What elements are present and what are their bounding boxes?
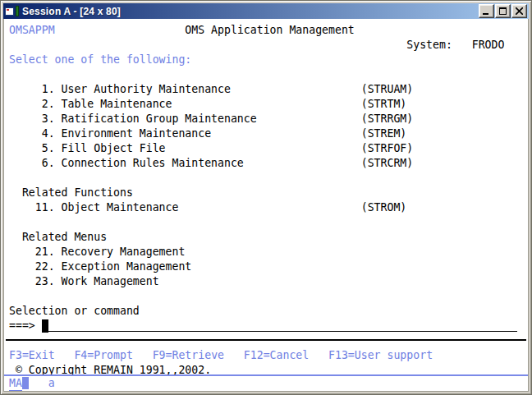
terminal-row-14: Related Menus bbox=[9, 230, 526, 245]
terminal-row-1: System:FRODO bbox=[9, 38, 526, 53]
menu-option-6-command: (STRCRM) bbox=[361, 156, 414, 171]
terminal-screen[interactable]: OMSAPPMOMS Application ManagementSystem:… bbox=[4, 19, 528, 373]
close-icon bbox=[516, 7, 523, 15]
maximize-button[interactable] bbox=[495, 4, 511, 18]
oia-status-line: MA a bbox=[9, 377, 526, 392]
screen-id: OMSAPPM bbox=[9, 23, 55, 38]
menu-option-23-label: 23. Work Management bbox=[35, 274, 159, 289]
terminal-row-16: 22. Exception Management bbox=[9, 260, 526, 274]
terminal-row-15: 21. Recovery Management bbox=[9, 245, 526, 260]
system-name: FRODO bbox=[472, 38, 505, 53]
terminal-client-area: OMSAPPMOMS Application ManagementSystem:… bbox=[3, 19, 529, 392]
menu-option-4-command: (STREM) bbox=[361, 126, 407, 141]
command-arrow: ===> bbox=[9, 319, 35, 333]
maximize-icon bbox=[499, 7, 507, 15]
menu-option-2-label: 2. Table Maintenance bbox=[42, 97, 172, 112]
terminal-row-6: 3. Ratification Group Maintenance(STRRGM… bbox=[9, 112, 526, 126]
application-window: Session A - [24 x 80] OMSAPPMOMS Applica… bbox=[0, 0, 532, 395]
menu-option-3-command: (STRRGM) bbox=[361, 112, 414, 126]
screen-separator-line bbox=[6, 339, 526, 341]
screen-title: OMS Application Management bbox=[185, 23, 354, 38]
command-prompt-label: Selection or command bbox=[9, 304, 140, 319]
terminal-row-8: 5. Fill Object File(STRFOF) bbox=[9, 141, 526, 156]
menu-option-6-label: 6. Connection Rules Maintenance bbox=[42, 156, 244, 171]
related-functions-heading: Related Functions bbox=[22, 186, 133, 200]
terminal-row-4: 1. User Authority Maintenance(STRUAM) bbox=[9, 82, 526, 97]
oia-block-indicator bbox=[22, 377, 29, 389]
oia-input-indicator: a bbox=[48, 377, 55, 390]
terminal-row-2: Select one of the following: bbox=[9, 53, 526, 67]
terminal-row-12: 11. Object Maintenance(STROM) bbox=[9, 200, 526, 215]
menu-option-4-label: 4. Environment Maintenance bbox=[42, 126, 211, 141]
system-label: System: bbox=[406, 38, 452, 53]
menu-option-5-label: 5. Fill Object File bbox=[42, 141, 166, 156]
titlebar[interactable]: Session A - [24 x 80] bbox=[3, 3, 529, 19]
menu-option-21-label: 21. Recovery Management bbox=[35, 245, 186, 260]
terminal-row-0: OMSAPPMOMS Application Management bbox=[9, 23, 526, 38]
terminal-row-17: 23. Work Management bbox=[9, 274, 526, 289]
terminal-row-20: ===> bbox=[9, 319, 526, 333]
tower-icon bbox=[16, 6, 19, 16]
menu-option-11-label: 11. Object Maintenance bbox=[35, 200, 179, 215]
command-input-field[interactable] bbox=[48, 331, 518, 332]
session-icon[interactable] bbox=[5, 6, 19, 16]
terminal-row-11: Related Functions bbox=[9, 186, 526, 200]
window-title: Session A - [24 x 80] bbox=[22, 6, 479, 17]
menu-option-1-label: 1. User Authority Maintenance bbox=[42, 82, 231, 97]
menu-option-22-label: 22. Exception Management bbox=[35, 260, 192, 274]
oia-status-indicator: MA bbox=[9, 377, 22, 391]
menu-option-5-command: (STRFOF) bbox=[361, 141, 414, 156]
terminal-row-22: F3=Exit F4=Prompt F9=Retrieve F12=Cancel… bbox=[9, 348, 526, 363]
monitor-icon bbox=[5, 7, 15, 16]
close-button[interactable] bbox=[511, 4, 527, 18]
terminal-row-7: 4. Environment Maintenance(STREM) bbox=[9, 126, 526, 141]
minimize-icon bbox=[483, 7, 490, 15]
menu-option-11-command: (STROM) bbox=[361, 200, 407, 215]
text-cursor[interactable] bbox=[42, 319, 48, 333]
related-menus-heading: Related Menus bbox=[22, 230, 107, 245]
terminal-row-9: 6. Connection Rules Maintenance(STRCRM) bbox=[9, 156, 526, 171]
menu-option-3-label: 3. Ratification Group Maintenance bbox=[42, 112, 257, 126]
terminal-row-5: 2. Table Maintenance(STRTM) bbox=[9, 97, 526, 112]
terminal-row-19: Selection or command bbox=[9, 304, 526, 319]
menu-option-1-command: (STRUAM) bbox=[361, 82, 414, 97]
minimize-button[interactable] bbox=[479, 4, 494, 18]
oia-separator-line bbox=[4, 374, 528, 376]
select-prompt: Select one of the following: bbox=[9, 53, 191, 67]
menu-option-2-command: (STRTM) bbox=[361, 97, 407, 112]
function-key-legend: F3=Exit F4=Prompt F9=Retrieve F12=Cancel… bbox=[9, 348, 433, 363]
